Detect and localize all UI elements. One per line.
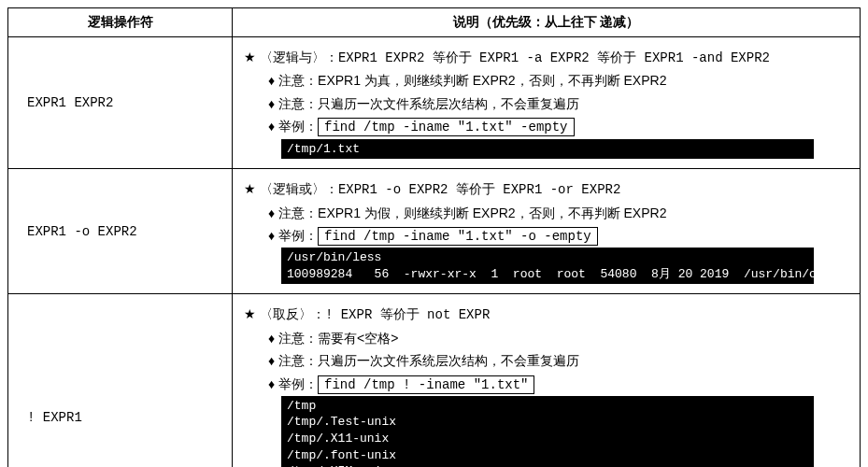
terminal-output: /tmp/1.txt (281, 139, 814, 160)
table-row: EXPR1 EXPR2 〈逻辑与〉：EXPR1 EXPR2 等价于 EXPR1 … (8, 37, 861, 169)
star-item: 〈逻辑或〉：EXPR1 -o EXPR2 等价于 EXPR1 -or EXPR2 (244, 178, 848, 200)
star-item: 〈取反〉：! EXPR 等价于 not EXPR (244, 304, 848, 325)
command-box: find /tmp ! -iname "1.txt" (318, 375, 534, 394)
star-item: 〈逻辑与〉：EXPR1 EXPR2 等价于 EXPR1 -a EXPR2 等价于… (244, 47, 848, 68)
description-cell: 〈逻辑或〉：EXPR1 -o EXPR2 等价于 EXPR1 -or EXPR2… (233, 169, 861, 294)
table-row: EXPR1 -o EXPR2 〈逻辑或〉：EXPR1 -o EXPR2 等价于 … (8, 169, 861, 294)
header-operator: 逻辑操作符 (8, 8, 233, 37)
note-item: 注意：只遍历一次文件系统层次结构，不会重复遍历 (268, 350, 848, 371)
header-description: 说明（优先级：从上往下 递减） (233, 8, 861, 37)
example-item: 举例：find /tmp -iname "1.txt" -empty (268, 116, 848, 136)
note-item: 注意：需要有<空格> (268, 328, 848, 348)
terminal-output: /usr/bin/less 100989284 56 -rwxr-xr-x 1 … (281, 248, 814, 284)
description-cell: 〈取反〉：! EXPR 等价于 not EXPR 注意：需要有<空格> 注意：只… (233, 294, 861, 467)
note-item: 注意：只遍历一次文件系统层次结构，不会重复遍历 (268, 93, 848, 114)
operator-cell: ! EXPR1 (8, 294, 233, 467)
note-item: 注意：EXPR1 为真，则继续判断 EXPR2，否则，不再判断 EXPR2 (268, 70, 848, 91)
terminal-output: /tmp /tmp/.Test-unix /tmp/.X11-unix /tmp… (281, 396, 814, 467)
logic-operator-table: 逻辑操作符 说明（优先级：从上往下 递减） EXPR1 EXPR2 〈逻辑与〉：… (7, 7, 861, 467)
operator-cell: EXPR1 EXPR2 (8, 37, 233, 169)
example-item: 举例：find /tmp ! -iname "1.txt" (268, 374, 848, 394)
command-box: find /tmp -iname "1.txt" -empty (318, 118, 574, 136)
table-row: ! EXPR1 〈取反〉：! EXPR 等价于 not EXPR 注意：需要有<… (8, 294, 861, 467)
note-item: 注意：EXPR1 为假，则继续判断 EXPR2，否则，不再判断 EXPR2 (268, 203, 848, 223)
operator-cell: EXPR1 -o EXPR2 (8, 169, 233, 294)
example-item: 举例：find /tmp -iname "1.txt" -o -empty (268, 225, 848, 246)
command-box: find /tmp -iname "1.txt" -o -empty (318, 227, 598, 246)
description-cell: 〈逻辑与〉：EXPR1 EXPR2 等价于 EXPR1 -a EXPR2 等价于… (233, 37, 861, 169)
